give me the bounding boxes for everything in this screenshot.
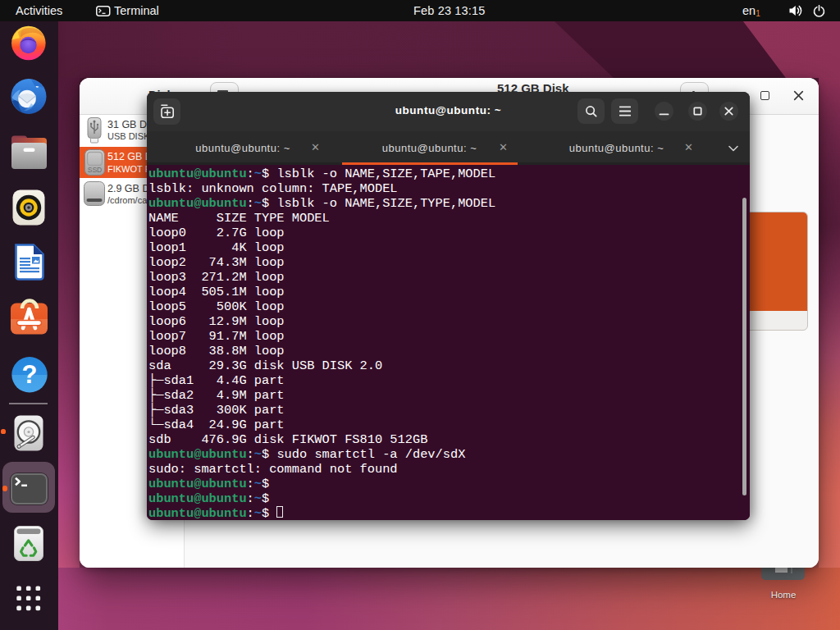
- svg-text:?: ?: [21, 360, 37, 389]
- svg-text:SSD: SSD: [88, 166, 103, 174]
